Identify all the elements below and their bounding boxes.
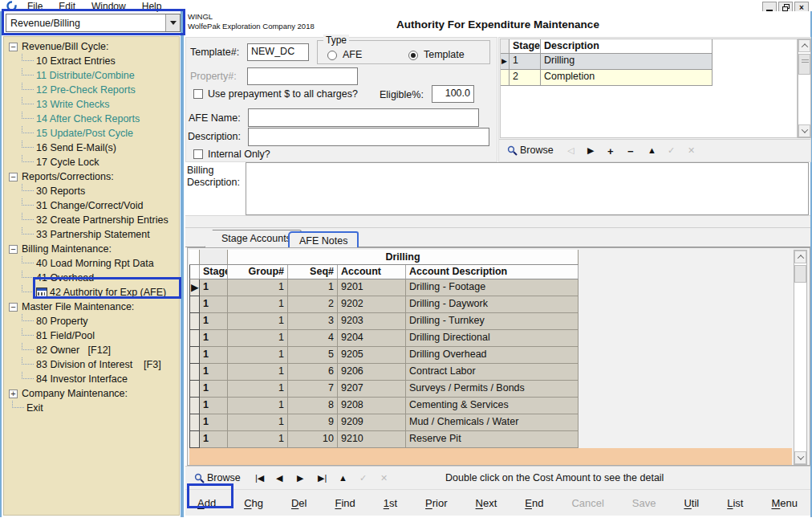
sidebar-item-revenue-bill-cycle[interactable]: −Revenue/Bill Cycle: bbox=[4, 39, 179, 54]
separator bbox=[185, 215, 810, 228]
eligible-label: Eligible%: bbox=[380, 89, 424, 100]
afe-name-input[interactable] bbox=[248, 108, 479, 127]
sidebar-item-82-owner-f12[interactable]: 82 Owner [F12] bbox=[4, 343, 179, 357]
sidebar-item-81-field-pool[interactable]: 81 Field/Pool bbox=[4, 328, 179, 343]
app-logo-icon bbox=[6, 1, 17, 14]
menu-help[interactable]: Help bbox=[142, 1, 162, 12]
next-icon[interactable]: ▶ bbox=[297, 473, 303, 483]
sidebar-item-15-update-post-cycle[interactable]: 15 Update/Post Cycle bbox=[4, 126, 179, 141]
stage-row-drilling[interactable]: ▶1Drilling bbox=[501, 54, 797, 70]
delete-icon[interactable]: − bbox=[627, 145, 634, 157]
radio-afe[interactable] bbox=[327, 51, 337, 60]
list-button[interactable]: List bbox=[727, 497, 743, 509]
util-button[interactable]: Util bbox=[684, 497, 699, 509]
menu-file[interactable]: File bbox=[27, 1, 43, 12]
sidebar-item-exit[interactable]: Exit bbox=[4, 401, 179, 415]
radio-template[interactable] bbox=[408, 51, 418, 60]
1st-button[interactable]: 1st bbox=[384, 497, 397, 509]
menu-button[interactable]: Menu bbox=[771, 497, 798, 509]
table-row[interactable]: 1179207Surveys / Permits / Bonds bbox=[189, 381, 579, 398]
del-button[interactable]: Del bbox=[291, 497, 307, 509]
chg-button[interactable]: Chg bbox=[244, 497, 263, 509]
scroll-down-icon[interactable] bbox=[794, 451, 806, 464]
prior-icon[interactable]: ◀ bbox=[276, 473, 282, 483]
last-icon[interactable]: ▶| bbox=[318, 473, 327, 483]
menu-edit[interactable]: Edit bbox=[59, 1, 75, 12]
table-row[interactable]: 1149204Drilling Directional bbox=[189, 330, 579, 347]
sidebar-item-30-reports[interactable]: 30 Reports bbox=[4, 184, 179, 198]
find-button[interactable]: Find bbox=[335, 497, 355, 509]
tree-expander-icon[interactable]: − bbox=[9, 245, 18, 254]
eligible-input[interactable]: 100.0 bbox=[432, 85, 474, 103]
tree-expander-icon[interactable]: − bbox=[9, 303, 18, 312]
sidebar-item-83-division-of-interest-f3[interactable]: 83 Division of Interest [F3] bbox=[4, 357, 179, 372]
sidebar-item-42-authority-for-exp-afe[interactable]: 42 Authority for Exp (AFE) bbox=[4, 285, 179, 300]
module-selector[interactable]: Revenue/Billing bbox=[6, 14, 181, 32]
sidebar-item-billing-maintenance[interactable]: −Billing Maintenance: bbox=[4, 242, 179, 256]
billing-description-input[interactable] bbox=[246, 162, 809, 215]
scrollbar-thumb[interactable] bbox=[798, 54, 810, 75]
grid-cell: 1 bbox=[228, 313, 288, 330]
add-button[interactable]: Add bbox=[197, 497, 216, 509]
table-row[interactable]: 1199209Mud / Chemicals / Water bbox=[189, 414, 579, 431]
sidebar-item-master-file-maintenance[interactable]: −Master File Maintenance: bbox=[4, 300, 179, 314]
grid-cell: 1 bbox=[200, 364, 228, 381]
sidebar-item-32-create-partnership-entries[interactable]: 32 Create Partnership Entries bbox=[4, 213, 179, 227]
sidebar-splitter[interactable] bbox=[181, 11, 184, 517]
sidebar-item-12-pre-check-reports[interactable]: 12 Pre-Check Reports bbox=[4, 83, 179, 97]
type-groupbox: Type AFE Template bbox=[317, 40, 490, 64]
sidebar-item-13-write-checks[interactable]: 13 Write Checks bbox=[4, 97, 179, 112]
grid-cell: 8 bbox=[288, 398, 338, 414]
tab-stage-accounts[interactable]: Stage Accounts bbox=[205, 230, 302, 247]
table-row[interactable]: 11109210Reserve Pit bbox=[189, 431, 579, 448]
edit-icon[interactable]: ▲ bbox=[339, 473, 347, 483]
sidebar-item-label: 84 Investor Interface bbox=[36, 373, 128, 385]
menu-window[interactable]: Window bbox=[91, 1, 126, 12]
sidebar-item-company-maintenance[interactable]: +Company Maintenance: bbox=[4, 386, 179, 401]
first-icon[interactable]: |◀ bbox=[255, 473, 264, 483]
table-row[interactable]: 1189208Cementing & Services bbox=[189, 398, 579, 414]
sidebar-item-11-distribute-combine[interactable]: 11 Distribute/Combine bbox=[4, 68, 179, 83]
accounts-grid-scrollbar[interactable] bbox=[794, 250, 807, 465]
frame-left-stripe bbox=[0, 11, 2, 517]
tree-expander-icon[interactable]: + bbox=[9, 389, 18, 398]
tree-expander-icon[interactable]: − bbox=[9, 173, 18, 181]
property-input[interactable] bbox=[247, 67, 358, 85]
table-row[interactable]: 1169206Contract Labor bbox=[189, 364, 579, 381]
table-row[interactable]: ▶1119201Drilling - Footage bbox=[189, 279, 579, 296]
sidebar-item-reports-corrections[interactable]: −Reports/Corrections: bbox=[4, 169, 179, 184]
scroll-up-icon[interactable] bbox=[798, 39, 810, 52]
tree-expander-icon[interactable]: − bbox=[9, 43, 18, 51]
sidebar-item-16-send-e-mail-s[interactable]: 16 Send E-Mail(s) bbox=[4, 141, 179, 155]
table-row[interactable]: 1139203Drilling - Turnkey bbox=[189, 313, 579, 330]
sidebar-item-84-investor-interface[interactable]: 84 Investor Interface bbox=[4, 372, 179, 386]
next-icon[interactable]: ▶ bbox=[587, 145, 594, 156]
stage-row-completion[interactable]: 2Completion bbox=[501, 70, 797, 86]
sidebar-item-41-overhead[interactable]: 41 Overhead bbox=[4, 271, 179, 285]
internal-only-checkbox[interactable] bbox=[193, 149, 203, 159]
sidebar-item-40-load-morning-rpt-data[interactable]: 40 Load Morning Rpt Data bbox=[4, 256, 179, 271]
sidebar-item-80-property[interactable]: 80 Property bbox=[4, 314, 179, 328]
sidebar-item-10-extract-entries[interactable]: 10 Extract Entries bbox=[4, 54, 179, 68]
template-input[interactable]: NEW_DC bbox=[247, 43, 309, 61]
sidebar-item-33-partnership-statement[interactable]: 33 Partnership Statement bbox=[4, 227, 179, 242]
end-button[interactable]: End bbox=[525, 497, 543, 509]
scroll-down-icon[interactable] bbox=[798, 124, 810, 137]
stage-grid-scrollbar[interactable] bbox=[798, 39, 811, 138]
sidebar-item-17-cycle-lock[interactable]: 17 Cycle Lock bbox=[4, 155, 179, 169]
scroll-up-icon[interactable] bbox=[794, 251, 806, 263]
grid-cell: 9202 bbox=[338, 296, 406, 313]
prepay-checkbox[interactable] bbox=[193, 89, 203, 99]
next-button[interactable]: Next bbox=[476, 497, 497, 509]
sidebar-item-31-change-correct-void[interactable]: 31 Change/Correct/Void bbox=[4, 198, 179, 213]
sidebar-item-14-after-check-reports[interactable]: 14 After Check Reports bbox=[4, 112, 179, 126]
prior-button[interactable]: Prior bbox=[425, 497, 447, 509]
edit-icon[interactable]: ▲ bbox=[648, 145, 656, 155]
table-row[interactable]: 1129202Drilling - Daywork bbox=[189, 296, 579, 313]
scrollbar-thumb[interactable] bbox=[794, 265, 806, 283]
table-row[interactable]: 1159205Drilling Overhead bbox=[189, 347, 579, 364]
tab-afe-notes[interactable]: AFE Notes bbox=[288, 231, 359, 247]
description-input[interactable] bbox=[248, 128, 489, 146]
insert-icon[interactable]: + bbox=[607, 145, 614, 157]
combo-dropdown-button[interactable] bbox=[165, 14, 180, 31]
